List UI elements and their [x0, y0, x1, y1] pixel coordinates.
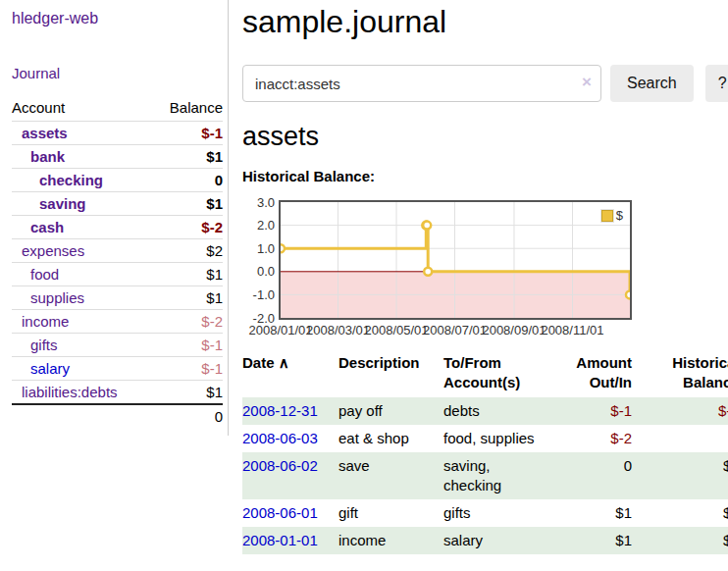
account-name-cell: bank: [12, 145, 152, 169]
account-link-saving[interactable]: saving: [39, 195, 86, 212]
column-header-label: To/From Account(s): [443, 354, 520, 390]
column-header-historical-balance: Historical Balance: [632, 351, 728, 397]
account-name-cell: liabilities:debts: [12, 381, 152, 405]
account-link-gifts[interactable]: gifts: [30, 337, 58, 353]
accounts-cell: salary: [443, 527, 553, 554]
account-balance: $2: [152, 239, 223, 263]
transaction-date-link[interactable]: 2008-06-01: [242, 504, 318, 521]
account-name-cell: checking: [12, 169, 152, 192]
legend-label: $: [616, 208, 623, 223]
account-balance: $-2: [152, 216, 223, 239]
accounts-table: Account Balance assets$-1bank$1checking0…: [12, 97, 223, 428]
balance-cell: $1: [632, 527, 728, 554]
amount-cell: 0: [553, 452, 632, 499]
description-cell: eat & shop: [338, 425, 443, 452]
date-cell: 2008-06-01: [242, 499, 338, 527]
account-name-cell: cash: [12, 216, 152, 239]
sidebar: hledger-web Journal Account Balance asse…: [0, 0, 229, 436]
description-cell: save: [338, 452, 443, 499]
account-link-checking[interactable]: checking: [39, 172, 103, 188]
x-axis-tick-label: 2008/03/01: [306, 323, 370, 337]
accounts-cell: food, supplies: [443, 425, 553, 452]
account-name-cell: food: [12, 263, 152, 286]
account-row: food$1: [12, 263, 223, 286]
date-cell: 2008-06-03: [242, 425, 338, 452]
transaction-date-link[interactable]: 2008-01-01: [242, 532, 318, 548]
accounts-cell: saving, checking: [443, 452, 553, 499]
account-balance: $1: [152, 381, 223, 405]
balance-cell: 0: [632, 425, 728, 452]
register-row: 2008-06-01giftgifts$1$2: [242, 499, 728, 527]
column-header-account: Account: [12, 97, 152, 122]
x-axis-tick-label: 2008/07/01: [423, 323, 487, 337]
sidebar-item-journal[interactable]: Journal: [12, 65, 60, 81]
account-link-liabilities-debts[interactable]: liabilities:debts: [22, 384, 118, 400]
y-axis-tick-label: 1.0: [242, 241, 275, 256]
account-name-cell: assets: [12, 122, 152, 145]
balance-cell: $2: [632, 499, 728, 527]
x-axis-tick-label: 2008/01/01: [248, 323, 312, 337]
balance-cell: $2: [632, 452, 728, 499]
account-row: bank$1: [12, 145, 223, 169]
account-row: expenses$2: [12, 239, 223, 263]
transaction-date-link[interactable]: 2008-06-03: [242, 430, 318, 446]
account-heading: assets: [242, 122, 728, 152]
column-header-description: Description: [338, 351, 443, 397]
date-cell: 2008-12-31: [242, 397, 338, 425]
description-cell: pay off: [338, 397, 443, 425]
register-row: 2008-06-03eat & shopfood, supplies$-20: [242, 425, 728, 452]
balance-cell: $-1: [632, 397, 728, 425]
amount-cell: $1: [553, 499, 632, 527]
brand-link[interactable]: hledger-web: [12, 10, 98, 27]
app: hledger-web Journal Account Balance asse…: [0, 0, 728, 554]
account-balance: $-1: [152, 334, 223, 357]
column-header-label: Date: [242, 354, 275, 371]
account-link-food[interactable]: food: [30, 266, 59, 283]
column-header-label: Description: [338, 354, 420, 371]
register-header-row: Date ∧DescriptionTo/From Account(s)Amoun…: [242, 351, 728, 397]
account-row: liabilities:debts$1: [12, 381, 223, 405]
column-header-date[interactable]: Date ∧: [242, 351, 338, 397]
account-balance: $1: [152, 192, 223, 216]
date-cell: 2008-01-01: [242, 527, 338, 554]
search-form: × Search ?: [242, 65, 728, 102]
balance-chart-svg: [281, 202, 630, 318]
account-link-bank[interactable]: bank: [30, 148, 65, 165]
historical-balance-chart: $ 3.02.01.00.0-1.0-2.02008/01/012008/03/…: [242, 194, 728, 337]
x-axis-tick-label: 2008/11/01: [541, 323, 603, 337]
page-title: sample.journal: [242, 4, 728, 40]
account-row: salary$-1: [12, 357, 223, 381]
transaction-date-link[interactable]: 2008-06-02: [242, 457, 318, 474]
account-link-expenses[interactable]: expenses: [22, 242, 84, 259]
column-header-amount-out-in: Amount Out/In: [553, 351, 632, 397]
plot-area: $: [279, 200, 632, 320]
account-row: checking0: [12, 169, 223, 192]
search-input[interactable]: [242, 65, 601, 102]
account-row: assets$-1: [12, 122, 223, 145]
date-cell: 2008-06-02: [242, 452, 338, 499]
accounts-total-spacer: [12, 404, 152, 428]
account-name-cell: saving: [12, 192, 152, 216]
transaction-date-link[interactable]: 2008-12-31: [242, 402, 318, 419]
column-header-label: Historical Balance: [672, 354, 728, 390]
account-link-salary[interactable]: salary: [30, 360, 70, 377]
account-balance: $-1: [152, 122, 223, 145]
register-row: 2008-06-02savesaving, checking0$2: [242, 452, 728, 499]
account-name-cell: income: [12, 310, 152, 334]
account-row: supplies$1: [12, 286, 223, 310]
account-name-cell: expenses: [12, 239, 152, 263]
account-link-supplies[interactable]: supplies: [30, 289, 84, 306]
account-link-income[interactable]: income: [22, 313, 69, 330]
account-link-assets[interactable]: assets: [22, 125, 68, 141]
search-help-button[interactable]: ?: [705, 65, 728, 102]
search-input-wrap: ×: [242, 65, 601, 102]
amount-cell: $1: [553, 527, 632, 554]
main-content: sample.journal × Search ? assets Histori…: [229, 0, 728, 554]
accounts-table-header: Account Balance: [12, 97, 223, 122]
account-row: gifts$-1: [12, 334, 223, 357]
accounts-total-row: 0: [12, 404, 223, 428]
clear-search-icon[interactable]: ×: [582, 74, 592, 90]
search-button[interactable]: Search: [610, 65, 694, 102]
y-axis-tick-label: 3.0: [242, 195, 275, 210]
account-link-cash[interactable]: cash: [30, 219, 64, 235]
